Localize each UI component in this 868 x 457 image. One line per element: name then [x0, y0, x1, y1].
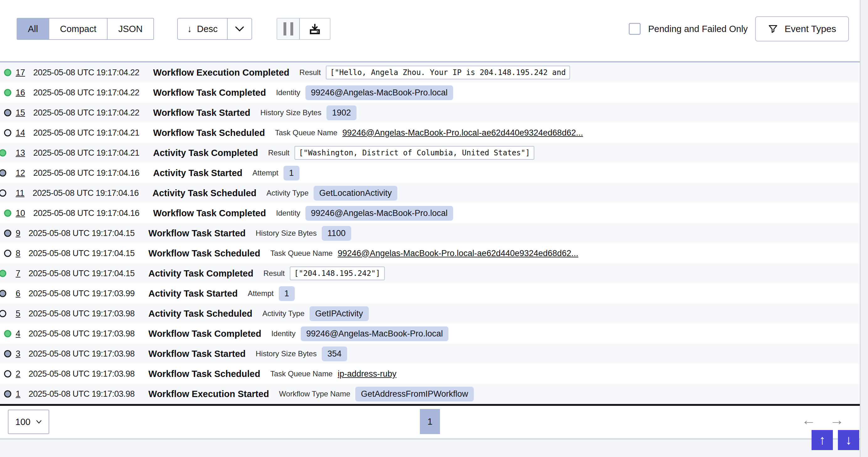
event-name: Workflow Task Started — [148, 228, 246, 238]
event-timestamp: 2025-05-08 UTC 19:17:04.16 — [33, 168, 139, 178]
event-row[interactable]: 9 2025-05-08 UTC 19:17:04.15 Workflow Ta… — [0, 223, 860, 243]
event-detail-label: Task Queue Name — [270, 369, 333, 378]
event-detail-value: 99246@Angelas-MacBook-Pro.local — [305, 206, 454, 221]
previous-page-arrow[interactable]: ← — [802, 411, 816, 428]
event-detail-value[interactable]: ip-address-ruby — [338, 369, 397, 379]
view-tab-all[interactable]: All — [17, 19, 49, 39]
event-detail-value: 1100 — [322, 226, 351, 241]
event-detail-value: 99246@Angelas-MacBook-Pro.local — [301, 326, 449, 341]
event-id-link[interactable]: 17 — [16, 68, 25, 78]
pause-button[interactable] — [277, 19, 299, 39]
event-id-link[interactable]: 7 — [16, 269, 20, 278]
event-name: Activity Task Completed — [148, 268, 253, 279]
scroll-to-bottom-button[interactable]: ↓ — [838, 430, 859, 450]
event-row[interactable]: 16 2025-05-08 UTC 19:17:04.22 Workflow T… — [0, 83, 860, 103]
event-row[interactable]: 10 2025-05-08 UTC 19:17:04.16 Workflow T… — [0, 203, 860, 223]
sort-desc-button[interactable]: ↓ Desc — [178, 19, 227, 39]
event-detail-label: Activity Type — [267, 189, 309, 197]
pending-failed-checkbox[interactable] — [629, 23, 641, 35]
event-row[interactable]: 5 2025-05-08 UTC 19:17:03.98 Activity Ta… — [0, 304, 860, 323]
event-row[interactable]: 15 2025-05-08 UTC 19:17:04.22 Workflow T… — [0, 103, 860, 123]
download-history-button[interactable] — [299, 19, 330, 39]
event-timestamp: 2025-05-08 UTC 19:17:03.98 — [29, 329, 134, 339]
sort-options-dropdown-button[interactable] — [227, 19, 251, 39]
view-tab-compact[interactable]: Compact — [49, 19, 107, 39]
event-row[interactable]: 11 2025-05-08 UTC 19:17:04.16 Activity T… — [0, 183, 860, 203]
scroll-to-top-button[interactable]: ↑ — [811, 430, 833, 450]
event-marker-icon — [4, 350, 11, 358]
event-id-link[interactable]: 14 — [16, 128, 25, 138]
event-detail-label: Activity Type — [262, 309, 305, 318]
event-detail-value[interactable]: 99246@Angelas-MacBook-Pro.local-ae62d440… — [338, 249, 578, 258]
event-row[interactable]: 13 2025-05-08 UTC 19:17:04.21 Activity T… — [0, 143, 860, 163]
event-name: Activity Task Scheduled — [152, 188, 256, 198]
event-timestamp: 2025-05-08 UTC 19:17:04.21 — [33, 148, 139, 158]
event-detail-label: Identity — [276, 209, 300, 218]
filter-funnel-icon — [768, 24, 778, 34]
event-row[interactable]: 3 2025-05-08 UTC 19:17:03.98 Workflow Ta… — [0, 344, 860, 364]
event-detail-value: 1902 — [327, 106, 356, 120]
event-marker-icon — [0, 170, 6, 177]
event-timestamp: 2025-05-08 UTC 19:17:04.22 — [33, 88, 139, 97]
event-id-link[interactable]: 9 — [16, 229, 20, 238]
event-row[interactable]: 1 2025-05-08 UTC 19:17:03.98 Workflow Ex… — [0, 384, 860, 404]
view-tab-json[interactable]: JSON — [107, 19, 153, 39]
page-size-select[interactable]: 100 — [8, 409, 49, 434]
event-id-link[interactable]: 13 — [16, 148, 25, 158]
event-id-link[interactable]: 5 — [16, 309, 20, 319]
event-timestamp: 2025-05-08 UTC 19:17:04.21 — [33, 128, 139, 138]
event-timestamp: 2025-05-08 UTC 19:17:03.98 — [29, 389, 134, 399]
current-page-indicator[interactable]: 1 — [420, 409, 440, 434]
event-timestamp: 2025-05-08 UTC 19:17:03.98 — [29, 349, 134, 359]
event-name: Workflow Execution Started — [148, 389, 269, 399]
event-marker-icon — [0, 149, 6, 156]
event-name: Activity Task Completed — [153, 148, 258, 158]
download-icon — [308, 22, 321, 35]
event-id-link[interactable]: 15 — [16, 108, 25, 118]
event-types-filter-button[interactable]: Event Types — [755, 16, 849, 41]
event-detail-label: History Size Bytes — [255, 349, 317, 358]
sort-order-control: ↓ Desc — [177, 18, 252, 40]
event-detail-value[interactable]: 99246@Angelas-MacBook-Pro.local-ae62d440… — [342, 128, 583, 138]
event-marker-icon — [4, 330, 11, 337]
history-toolbar: AllCompactJSON ↓ Desc — [0, 0, 860, 61]
event-detail-label: Attempt — [248, 289, 274, 298]
event-name: Activity Task Scheduled — [148, 309, 252, 319]
event-timestamp: 2025-05-08 UTC 19:17:03.98 — [29, 369, 134, 379]
event-detail-label: Result — [264, 269, 285, 278]
event-id-link[interactable]: 4 — [16, 329, 20, 339]
history-io-controls — [277, 18, 331, 40]
next-page-arrow[interactable]: → — [830, 411, 844, 428]
event-detail-label: Task Queue Name — [275, 128, 337, 137]
event-id-link[interactable]: 3 — [16, 349, 20, 359]
event-id-link[interactable]: 16 — [16, 88, 25, 97]
event-row[interactable]: 12 2025-05-08 UTC 19:17:04.16 Activity T… — [0, 163, 860, 183]
bottom-area — [0, 439, 860, 457]
event-row[interactable]: 8 2025-05-08 UTC 19:17:04.15 Workflow Ta… — [0, 243, 860, 263]
sort-label: Desc — [197, 24, 218, 34]
event-id-link[interactable]: 10 — [16, 208, 25, 218]
event-row[interactable]: 2 2025-05-08 UTC 19:17:03.98 Workflow Ta… — [0, 364, 860, 384]
event-id-link[interactable]: 11 — [16, 188, 25, 198]
event-id-link[interactable]: 8 — [16, 249, 20, 258]
vertical-scrollbar[interactable] — [860, 0, 868, 457]
event-id-link[interactable]: 1 — [16, 389, 20, 399]
event-row[interactable]: 6 2025-05-08 UTC 19:17:03.99 Activity Ta… — [0, 283, 860, 304]
event-name: Workflow Task Completed — [153, 88, 266, 98]
event-row[interactable]: 4 2025-05-08 UTC 19:17:03.98 Workflow Ta… — [0, 323, 860, 344]
event-row[interactable]: 7 2025-05-08 UTC 19:17:04.15 Activity Ta… — [0, 263, 860, 283]
chevron-down-icon — [36, 420, 42, 424]
event-detail-value: GetAddressFromIPWorkflow — [355, 387, 474, 401]
event-id-link[interactable]: 12 — [16, 168, 25, 178]
chevron-down-icon — [235, 26, 244, 32]
event-name: Workflow Task Started — [153, 108, 250, 118]
view-mode-tabs: AllCompactJSON — [17, 18, 154, 40]
event-id-link[interactable]: 2 — [16, 369, 20, 379]
event-id-link[interactable]: 6 — [16, 289, 20, 298]
event-detail-label: Result — [300, 68, 321, 77]
event-timestamp: 2025-05-08 UTC 19:17:03.99 — [29, 289, 134, 298]
event-row[interactable]: 17 2025-05-08 UTC 19:17:04.22 Workflow E… — [0, 62, 860, 83]
event-row[interactable]: 14 2025-05-08 UTC 19:17:04.21 Workflow T… — [0, 123, 860, 143]
event-detail-label: History Size Bytes — [255, 229, 317, 237]
event-timestamp: 2025-05-08 UTC 19:17:04.15 — [29, 229, 134, 238]
